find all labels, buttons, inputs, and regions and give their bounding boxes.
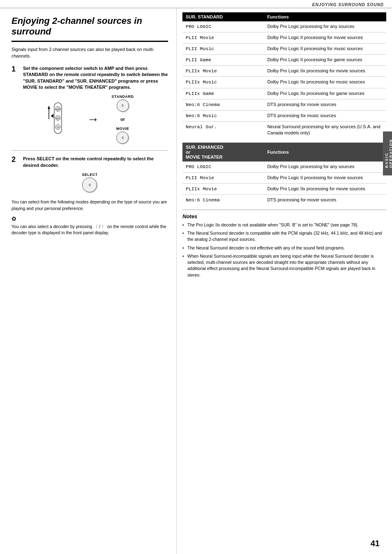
step-2-text: Press SELECT on the remote control repea… — [23, 156, 168, 169]
list-item: The Pro Logic IIx decoder is not availab… — [182, 222, 386, 228]
selector-switch-diagram: AMP SRC TV — [46, 101, 75, 138]
mode-cell: Neural Sur. — [182, 121, 264, 138]
movie-label: MOVIE — [116, 127, 129, 131]
step-2-number: 2 — [12, 156, 21, 164]
left-column: Enjoying 2-channel sources in surround S… — [0, 8, 177, 554]
table-row: PLII MusicDolby Pro Logic II processing … — [182, 44, 386, 55]
or-label: or — [120, 117, 125, 122]
enhanced-table-header-mode: SUR. ENHANCEDorMOVIE THEATER — [182, 143, 264, 162]
func-cell: DTS processing for music sources — [264, 110, 386, 121]
select-button-diagram: SELECT 6 — [82, 173, 98, 192]
tip-section: ✿ You can also select a decoder by press… — [12, 215, 168, 237]
svg-text:SRC: SRC — [55, 117, 60, 120]
func-cell: Dolby Pro Logic IIx processing for music… — [264, 77, 386, 88]
mode-cell: PLII Game — [182, 55, 264, 66]
mode-cell: PLII Movie — [182, 172, 264, 183]
remote-buttons-diagram: STANDARD 5 or MOVIE 4 — [112, 95, 134, 144]
step-1-diagram: AMP SRC TV → — [12, 95, 168, 144]
standard-table-header-mode: SUR. STANDARD — [182, 12, 264, 21]
table-row: PLIIx MovieDolby Pro Logic IIx processin… — [182, 66, 386, 77]
tip-icon: ✿ — [12, 215, 168, 222]
func-cell: Dolby Pro Logic II processing for music … — [264, 44, 386, 55]
table-row: PRO LOGICDolby Pro Logic processing for … — [182, 162, 386, 173]
table-row: PLII MovieDolby Pro Logic II processing … — [182, 172, 386, 183]
table-row: Neo:6 MusicDTS processing for music sour… — [182, 110, 386, 121]
standard-label: STANDARD — [112, 95, 134, 99]
header-title: ENJOYING SURROUND SOUND — [312, 2, 384, 7]
table-row: PLII GameDolby Pro Logic II processing f… — [182, 55, 386, 66]
step-1-text: Set the component selector switch to AMP… — [23, 65, 168, 91]
func-cell: DTS processing for movie sources — [264, 99, 386, 110]
func-cell: Neural Surround processing for any sourc… — [264, 121, 386, 138]
mode-cell: PLII Music — [182, 44, 264, 55]
func-cell: Dolby Pro Logic II processing for game s… — [264, 55, 386, 66]
svg-text:AMP: AMP — [55, 108, 60, 111]
mode-cell: PLIIx Movie — [182, 183, 264, 194]
page-number: 41 — [371, 539, 380, 548]
mode-cell: Neo:6 Music — [182, 110, 264, 121]
side-tab: BASIC OPERATION — [383, 132, 392, 175]
mode-cell: PLIIx Movie — [182, 66, 264, 77]
step-2-diagram: SELECT 6 — [12, 173, 168, 192]
notes-section: Notes The Pro Logic IIx decoder is not a… — [182, 210, 386, 278]
main-content: Enjoying 2-channel sources in surround S… — [0, 8, 392, 554]
intro-text: Signals input from 2-channel sources can… — [12, 46, 168, 60]
step-divider — [12, 150, 168, 151]
standard-circle: 5 — [117, 99, 129, 112]
func-cell: Dolby Pro Logic IIx processing for movie… — [264, 183, 386, 194]
table-row: Neo:6 CinemaDTS processing for movie sou… — [182, 194, 386, 205]
mode-cell: PLIIx Game — [182, 88, 264, 99]
standard-button-diagram: STANDARD 5 — [112, 95, 134, 112]
list-item: The Neural Surround decoder is not effec… — [182, 245, 386, 251]
step-2: 2 Press SELECT on the remote control rep… — [12, 156, 168, 192]
notes-title: Notes — [182, 213, 386, 219]
func-cell: Dolby Pro Logic IIx processing for game … — [264, 88, 386, 99]
step-1: 1 Set the component selector switch to A… — [12, 65, 168, 144]
svg-marker-9 — [48, 106, 50, 109]
func-cell: Dolby Pro Logic II processing for movie … — [264, 172, 386, 183]
select-label: SELECT — [82, 173, 98, 177]
tip-text: You can also select a decoder by pressin… — [12, 224, 168, 237]
body-text: You can select from the following modes … — [12, 199, 168, 212]
func-cell: Dolby Pro Logic II processing for movie … — [264, 32, 386, 44]
arrow-right-icon: → — [87, 112, 99, 126]
list-item: When Neural Surround-incompatible signal… — [182, 253, 386, 278]
notes-list: The Pro Logic IIx decoder is not availab… — [182, 222, 386, 278]
svg-text:TV: TV — [56, 126, 59, 129]
standard-table-header-func: Functions — [264, 12, 386, 21]
list-item: The Neural Surround decoder is compatibl… — [182, 230, 386, 242]
mode-cell: PRO LOGIC — [182, 162, 264, 173]
movie-circle: 4 — [116, 132, 129, 144]
enhanced-table: SUR. ENHANCEDorMOVIE THEATER Functions P… — [182, 143, 386, 205]
func-cell: Dolby Pro Logic IIx processing for movie… — [264, 66, 386, 77]
step-1-number: 1 — [12, 65, 21, 74]
table-row: PLIIx GameDolby Pro Logic IIx processing… — [182, 88, 386, 99]
table-row: PLII MovieDolby Pro Logic II processing … — [182, 32, 386, 44]
table-row: PRO LOGICDolby Pro Logic processing for … — [182, 21, 386, 32]
table-row: PLIIx MusicDolby Pro Logic IIx processin… — [182, 77, 386, 88]
mode-cell: Neo:6 Cinema — [182, 194, 264, 205]
right-column: SUR. STANDARD Functions PRO LOGICDolby P… — [177, 8, 392, 554]
mode-cell: PRO LOGIC — [182, 21, 264, 32]
svg-marker-7 — [51, 114, 53, 118]
standard-table: SUR. STANDARD Functions PRO LOGICDolby P… — [182, 12, 386, 138]
mode-cell: PLII Movie — [182, 32, 264, 44]
select-circle: 6 — [82, 178, 97, 192]
func-cell: DTS processing for movie sources — [264, 194, 386, 205]
enhanced-table-header-func: Functions — [264, 143, 386, 162]
page-title: Enjoying 2-channel sources in surround — [12, 16, 168, 42]
mode-cell: PLIIx Music — [182, 77, 264, 88]
page-header: ENJOYING SURROUND SOUND — [0, 0, 392, 8]
movie-button-diagram: MOVIE 4 — [116, 127, 129, 144]
func-cell: Dolby Pro Logic processing for any sourc… — [264, 21, 386, 32]
table-row: Neural Sur.Neural Surround processing fo… — [182, 121, 386, 138]
mode-cell: Neo:6 Cinema — [182, 99, 264, 110]
table-row: Neo:6 CinemaDTS processing for movie sou… — [182, 99, 386, 110]
func-cell: Dolby Pro Logic processing for any sourc… — [264, 162, 386, 173]
table-row: PLIIx MovieDolby Pro Logic IIx processin… — [182, 183, 386, 194]
